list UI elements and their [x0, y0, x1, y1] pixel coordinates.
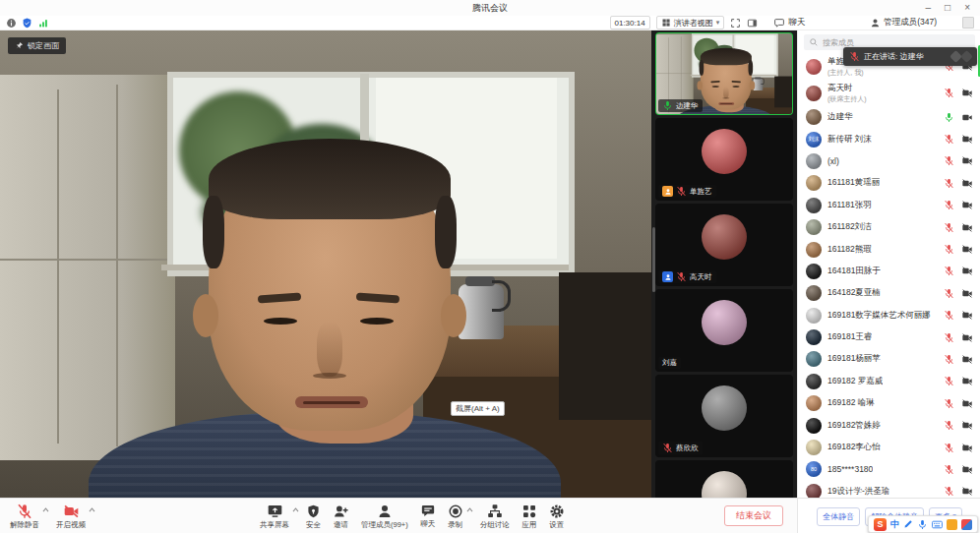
- toolbar-chat-button[interactable]: 聊天: [414, 503, 442, 530]
- video-thumbnail[interactable]: 边建华: [655, 32, 793, 115]
- member-row[interactable]: 169182李心怡: [798, 437, 980, 458]
- member-row[interactable]: 高天时(联席主持人): [798, 80, 980, 106]
- camera-off-icon[interactable]: [961, 244, 973, 255]
- toolbox-icon[interactable]: [947, 519, 957, 530]
- toolbar-unmute-button[interactable]: 解除静音: [4, 503, 45, 531]
- mic-muted-icon[interactable]: [944, 266, 954, 276]
- mic-muted-icon[interactable]: [944, 88, 954, 98]
- camera-off-icon[interactable]: [961, 376, 973, 386]
- keyboard-icon[interactable]: [932, 520, 943, 529]
- mic-active-icon[interactable]: [944, 112, 954, 123]
- member-row[interactable]: 刘沫新传研 刘沫: [798, 128, 980, 149]
- camera-off-icon[interactable]: [961, 178, 973, 189]
- mic-muted-icon[interactable]: [944, 443, 954, 453]
- member-row[interactable]: 169181杨丽苹: [798, 348, 980, 370]
- mic-muted-icon[interactable]: [944, 420, 954, 431]
- camera-off-icon[interactable]: [961, 266, 973, 276]
- member-row[interactable]: 161181张羽: [798, 195, 980, 216]
- member-row[interactable]: 161181黄瑶丽: [798, 172, 980, 194]
- ime-language-indicator[interactable]: 中: [890, 518, 899, 531]
- toolbar-invite-button[interactable]: 邀请: [327, 503, 355, 531]
- member-row[interactable]: 164182夏亚楠: [798, 282, 980, 304]
- camera-off-icon[interactable]: [961, 88, 973, 98]
- toolbar-security-button[interactable]: 安全: [300, 503, 327, 531]
- toolbar-breakout-button[interactable]: 分组讨论: [474, 503, 516, 531]
- toolbar-manage-members-button[interactable]: 管理成员(99+): [355, 503, 414, 531]
- camera-off-icon[interactable]: [961, 486, 973, 497]
- member-row[interactable]: 169182 罗嘉威: [798, 371, 980, 392]
- member-row[interactable]: 边建华: [798, 106, 980, 128]
- member-row[interactable]: 19设计学-洪圣瑜: [798, 481, 980, 498]
- member-list[interactable]: 单旌艺(主持人, 我)高天时(联席主持人)边建华刘沫新传研 刘沫(xl)1611…: [798, 53, 980, 498]
- toolbar-apps-button[interactable]: 应用: [516, 503, 543, 531]
- member-row[interactable]: 169181王睿: [798, 326, 980, 348]
- camera-off-icon[interactable]: [961, 420, 973, 431]
- camera-off-icon[interactable]: [961, 464, 973, 475]
- camera-off-icon[interactable]: [961, 134, 973, 145]
- mic-muted-icon[interactable]: [944, 376, 954, 386]
- camera-off-icon[interactable]: [961, 354, 973, 365]
- member-row[interactable]: 161182刘洁: [798, 216, 980, 238]
- tab-members[interactable]: 管理成员(347): [868, 17, 939, 29]
- member-row[interactable]: (xl): [798, 150, 980, 172]
- close-button[interactable]: ×: [964, 3, 970, 13]
- video-thumbnail[interactable]: 刘嘉: [655, 289, 793, 372]
- video-thumbnail[interactable]: 周法炜: [655, 460, 793, 498]
- panel-collapse-button[interactable]: [962, 17, 974, 29]
- mic-muted-icon[interactable]: [944, 464, 954, 475]
- ime-toolbar[interactable]: S 中: [868, 515, 978, 533]
- mic-muted-icon[interactable]: [944, 288, 954, 299]
- sogou-ime-icon[interactable]: S: [874, 518, 887, 531]
- camera-on-icon[interactable]: [961, 112, 973, 123]
- pin-view-button[interactable]: 锁定画面: [8, 37, 66, 54]
- main-speaker-video[interactable]: 锁定画面 截屏(Alt + A): [0, 30, 651, 498]
- fullscreen-icon[interactable]: [730, 18, 741, 29]
- mic-icon[interactable]: [917, 519, 928, 530]
- camera-off-icon[interactable]: [961, 332, 973, 343]
- maximize-button[interactable]: □: [945, 3, 950, 13]
- video-thumbnail[interactable]: 高天时: [655, 204, 793, 286]
- camera-off-icon[interactable]: [961, 443, 973, 453]
- camera-off-icon[interactable]: [961, 398, 973, 409]
- member-name: 185****3180: [827, 464, 873, 474]
- mic-muted-icon[interactable]: [944, 178, 954, 189]
- mic-muted-icon[interactable]: [944, 332, 954, 343]
- member-row[interactable]: 169182管姝婷: [798, 414, 980, 436]
- camera-off-icon[interactable]: [961, 155, 973, 166]
- toolbar-settings-button[interactable]: 设置: [543, 503, 571, 531]
- mic-muted-icon[interactable]: [944, 310, 954, 321]
- mic-muted-icon[interactable]: [944, 398, 954, 409]
- toolbar-record-button[interactable]: 录制: [442, 503, 469, 531]
- mic-muted-icon[interactable]: [944, 222, 954, 233]
- member-row[interactable]: 161182熊瑕: [798, 238, 980, 260]
- member-row[interactable]: 169182 喻琳: [798, 392, 980, 414]
- video-thumbnail[interactable]: 蔡欣欣: [655, 375, 793, 457]
- member-row[interactable]: 164181田脉于: [798, 261, 980, 282]
- mute-all-button[interactable]: 全体静音: [817, 507, 860, 526]
- camera-off-icon[interactable]: [961, 288, 973, 299]
- camera-off-icon[interactable]: [961, 200, 973, 210]
- tab-chat[interactable]: 聊天: [771, 17, 807, 29]
- mic-muted-icon[interactable]: [944, 486, 954, 497]
- shield-check-icon[interactable]: [22, 18, 32, 29]
- view-mode-selector[interactable]: 演讲者视图 ▾: [656, 16, 725, 30]
- minimize-button[interactable]: –: [926, 3, 932, 13]
- toolbar-share-screen-button[interactable]: 共享屏幕: [254, 503, 295, 531]
- pen-icon[interactable]: [903, 519, 913, 529]
- thumbnails-scrollbar[interactable]: [652, 227, 655, 292]
- member-row[interactable]: 169181数字媒体艺术何丽娜: [798, 305, 980, 326]
- member-row[interactable]: 80185****3180: [798, 458, 980, 480]
- end-meeting-button[interactable]: 结束会议: [724, 505, 783, 526]
- layout-icon[interactable]: [747, 18, 758, 29]
- mic-muted-icon[interactable]: [944, 354, 954, 365]
- mic-muted-icon[interactable]: [944, 134, 954, 145]
- mic-muted-icon[interactable]: [944, 244, 954, 255]
- info-icon[interactable]: [6, 18, 17, 29]
- toolbar-start-video-button[interactable]: 开启视频: [50, 503, 92, 531]
- mic-muted-icon[interactable]: [944, 200, 954, 210]
- camera-off-icon[interactable]: [961, 310, 973, 321]
- video-thumbnail[interactable]: 单旌艺: [655, 118, 793, 201]
- camera-off-icon[interactable]: [961, 222, 973, 233]
- skin-icon[interactable]: [961, 519, 972, 530]
- mic-muted-icon[interactable]: [944, 155, 954, 166]
